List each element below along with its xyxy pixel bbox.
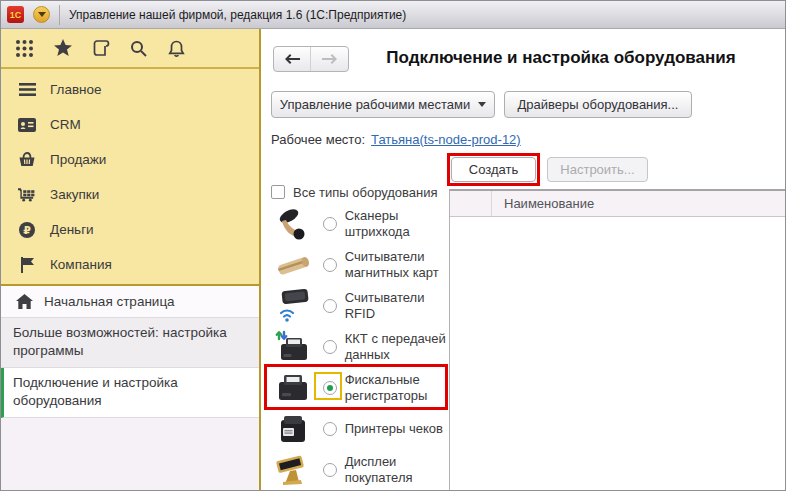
sidebar-menu: Главное CRM Продажи <box>1 69 259 286</box>
forward-button[interactable] <box>311 47 348 71</box>
all-types-label: Все типы оборудования <box>293 185 438 200</box>
workplace-label: Рабочее место: <box>271 132 365 147</box>
sidebar-item-main[interactable]: Главное <box>1 72 259 107</box>
cart-icon <box>18 187 36 202</box>
sidebar-item-label: Компания <box>50 257 112 272</box>
sidebar-filler <box>1 418 259 490</box>
sidebar-item-label: Главное <box>50 82 102 97</box>
chevron-down-icon <box>38 12 46 17</box>
sidebar-item-purchases[interactable]: Закупки <box>1 177 259 212</box>
sidebar-item-label: Продажи <box>50 152 106 167</box>
sidebar-item-equipment-setup[interactable]: Подключение и настройка оборудования <box>1 368 259 418</box>
window-title: Управление нашей фирмой, редакция 1.6 (1… <box>69 8 406 22</box>
sidebar-item-label: Закупки <box>50 187 99 202</box>
favorites-star-icon[interactable] <box>52 38 73 59</box>
kkt-online-printer-icon <box>271 330 315 364</box>
notifications-bell-icon[interactable] <box>166 38 187 59</box>
titlebar-divider <box>59 5 60 25</box>
app-window: 1С Управление нашей фирмой, редакция 1.6… <box>0 0 786 491</box>
workplaces-menu-label: Управление рабочими местами <box>280 97 470 112</box>
title-bar: 1С Управление нашей фирмой, редакция 1.6… <box>1 1 785 29</box>
equipment-type-label: Фискальные регистраторы <box>345 372 450 404</box>
sidebar-item-sales[interactable]: Продажи <box>1 142 259 177</box>
equipment-type-label: Дисплеи покупателя <box>345 454 450 486</box>
basket-icon <box>18 152 36 167</box>
chevron-down-icon <box>478 102 486 107</box>
equipment-radio[interactable] <box>323 422 337 436</box>
home-icon <box>16 294 33 309</box>
equipment-type-label: Сканеры штрихкода <box>345 208 450 240</box>
workplace-line: Рабочее место:Татьяна(ts-node-prod-12) <box>271 132 521 147</box>
back-button[interactable] <box>274 47 311 71</box>
table-icon-column-header <box>450 191 492 216</box>
sidebar-item-crm[interactable]: CRM <box>1 107 259 142</box>
all-types-filter[interactable]: Все типы оборудования <box>269 183 450 201</box>
contact-card-icon <box>18 118 36 132</box>
equipment-radio[interactable] <box>323 258 337 272</box>
main-content: Подключение и настройка оборудования Упр… <box>263 29 785 490</box>
sidebar-item-company[interactable]: Компания <box>1 247 259 282</box>
page-title: Подключение и настройка оборудования <box>351 48 771 68</box>
drivers-button-label: Драйверы оборудования... <box>518 97 679 112</box>
workplaces-menu-button[interactable]: Управление рабочими местами <box>271 91 495 118</box>
drivers-button[interactable]: Драйверы оборудования... <box>504 91 692 118</box>
1c-logo-icon: 1С <box>7 6 24 23</box>
equipment-row-customer-displays[interactable]: Дисплеи покупателя <box>269 449 450 490</box>
history-nav-buttons <box>273 46 349 72</box>
equipment-radio[interactable] <box>323 217 337 231</box>
apps-grid-icon[interactable] <box>14 38 35 59</box>
equipment-table: Наименование <box>449 189 785 490</box>
equipment-type-label: ККТ с передачей данных <box>345 331 450 363</box>
equipment-type-label: Принтеры чеков <box>345 421 450 437</box>
equipment-radio[interactable] <box>323 299 337 313</box>
ruble-coin-icon: ₽ <box>18 222 36 238</box>
equipment-row-receipt-printers[interactable]: Принтеры чеков <box>269 408 450 449</box>
fiscal-printer-icon <box>271 372 315 404</box>
all-types-checkbox[interactable] <box>271 185 285 199</box>
sidebar-item-label: Деньги <box>50 222 94 237</box>
equipment-row-magstripe-readers[interactable]: Считыватели магнитных карт <box>269 244 450 285</box>
table-name-column-header: Наименование <box>492 191 594 216</box>
equipment-type-label: Считыватели RFID <box>345 290 450 322</box>
sidebar-item-label: CRM <box>50 117 81 132</box>
equipment-type-list: Сканеры штрихкода Считыватели магнитных … <box>269 203 450 490</box>
barcode-scanner-icon <box>271 207 315 241</box>
create-button[interactable]: Создать <box>451 157 536 182</box>
customer-display-icon <box>271 453 315 487</box>
equipment-table-header: Наименование <box>450 191 785 217</box>
configure-button[interactable]: Настроить... <box>547 157 648 182</box>
sidebar-item-label: Подключение и настройка оборудования <box>13 374 245 410</box>
create-button-label: Создать <box>469 162 518 177</box>
sidebar: Главное CRM Продажи <box>1 29 261 490</box>
equipment-panel: Все типы оборудования Сканеры штрихкода <box>269 183 450 490</box>
flag-icon <box>18 257 36 273</box>
history-scroll-icon[interactable] <box>90 38 111 59</box>
svg-text:₽: ₽ <box>23 224 31 237</box>
magstripe-reader-icon <box>271 250 315 280</box>
equipment-radio[interactable] <box>323 463 337 477</box>
equipment-row-rfid-readers[interactable]: Считыватели RFID <box>269 285 450 326</box>
equipment-type-label: Считыватели магнитных карт <box>345 249 450 281</box>
sidebar-item-money[interactable]: ₽ Деньги <box>1 212 259 247</box>
rfid-reader-icon <box>271 289 315 323</box>
equipment-row-fiscal-registrars[interactable]: Фискальные регистраторы <box>269 367 450 408</box>
search-icon[interactable] <box>128 38 149 59</box>
workplace-link[interactable]: Татьяна(ts-node-prod-12) <box>371 132 521 147</box>
sidebar-toolbar <box>1 29 259 69</box>
main-menu-button[interactable] <box>33 6 50 23</box>
equipment-radio[interactable] <box>323 340 337 354</box>
sidebar-item-start-page[interactable]: Начальная страница <box>1 286 259 318</box>
equipment-radio-selected[interactable] <box>323 381 337 395</box>
hamburger-icon <box>18 83 36 96</box>
receipt-printer-icon <box>271 412 315 446</box>
sidebar-item-label: Больше возможностей: настройка программы <box>13 324 245 360</box>
sidebar-item-more-settings[interactable]: Больше возможностей: настройка программы <box>1 318 259 368</box>
equipment-row-kkt-online[interactable]: ККТ с передачей данных <box>269 326 450 367</box>
sidebar-item-label: Начальная страница <box>44 294 175 309</box>
configure-button-label: Настроить... <box>560 162 634 177</box>
equipment-row-barcode-scanners[interactable]: Сканеры штрихкода <box>269 203 450 244</box>
